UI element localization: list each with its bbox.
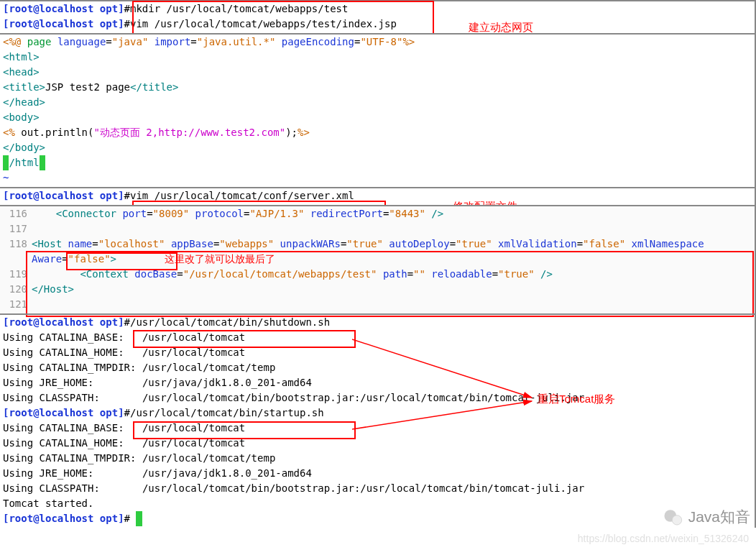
prompt: [root@localhost opt] [3,407,124,418]
env1-ch: Using CATALINA_HOME: /usr/local/tomcat [3,345,753,360]
cmd-shutdown: #/usr/local/tomcat/bin/shutdown.sh [124,316,331,328]
env2-cb: Using CATALINA_BASE: /usr/local/tomcat [3,421,753,436]
term-final-prompt: [root@localhost opt]# [3,511,753,526]
srv-line-118: 118<Host name="localhost" appBase="webap… [3,237,753,252]
term-line-vim-server: [root@localhost opt]#vim /usr/local/tomc… [3,188,753,203]
jsp-line-8: </body> [3,140,753,155]
srv-line-116: 116 <Connector port="8009" protocol="AJP… [3,206,753,221]
cursor [136,511,142,526]
jsp-line-1: <%@ page language="java" import="java.ut… [3,35,753,50]
annotation-create-page: 建立动态网页 [469,19,533,35]
annotation-inline-host: 这里改了就可以放最后了 [165,253,275,265]
prompt: [root@localhost opt] [3,18,124,29]
jsp-tilde: ~ [3,170,753,185]
tomcat-started: Tomcat started. [3,496,753,511]
term-startup: [root@localhost opt]#/usr/local/tomcat/b… [3,405,753,421]
watermark-brand: Java知音 [663,507,750,528]
prompt: [root@localhost opt] [3,190,124,201]
term-shutdown: [root@localhost opt]#/usr/local/tomcat/b… [3,315,753,330]
cmd-vim-server: #vim /usr/local/tomcat/conf/server.xml [124,190,354,201]
terminal-pane-1: [root@localhost opt]#mkdir /usr/local/to… [0,0,756,33]
srv-line-117: 117 [3,221,753,237]
prompt: [root@localhost opt] [3,316,124,328]
jsp-line-4: <title>JSP test2 page</title> [3,80,753,95]
terminal-pane-2: [root@localhost opt]#vim /usr/local/tomc… [0,187,756,205]
annotation-restart: 重启Tomcat服务 [538,391,615,406]
env2-ch: Using CATALINA_HOME: /usr/local/tomcat [3,436,753,451]
env2-cp: Using CLASSPATH: /usr/local/tomcat/bin/b… [3,481,753,496]
env1-ct: Using CATALINA_TMPDIR: /usr/local/tomcat… [3,360,753,375]
jsp-line-3: <head> [3,65,753,80]
prompt: [root@localhost opt] [3,3,124,14]
jsp-line-7: <% out.println("动态页面 2,http://www.test2.… [3,125,753,140]
prompt: [root@localhost opt] [3,513,124,524]
srv-line-118b: Aware="false"> 这里改了就可以放最后了 [3,252,753,267]
env2-ct: Using CATALINA_TMPDIR: /usr/local/tomcat… [3,451,753,466]
cmd-vim-jsp: #vim /usr/local/tomcat/webapps/test/inde… [124,18,397,29]
watermark-url: https://blog.csdn.net/weixin_51326240 [578,531,749,546]
srv-line-121: 121 [3,297,753,312]
env2-jh: Using JRE_HOME: /usr/java/jdk1.8.0_201-a… [3,466,753,481]
term-line-2: [root@localhost opt]#vim /usr/local/tomc… [3,17,753,32]
cmd-mkdir: #mkdir /usr/local/tomcat/webapps/test [124,3,349,14]
jsp-line-5: </head> [3,95,753,110]
editor-pane-jsp: <%@ page language="java" import="java.ut… [0,33,756,187]
jsp-line-9: /html [3,155,753,170]
env1-jh: Using JRE_HOME: /usr/java/jdk1.8.0_201-a… [3,375,753,390]
jsp-line-6: <body> [3,110,753,125]
srv-line-120: 120</Host> [3,282,753,297]
svg-point-3 [672,515,681,525]
editor-pane-serverxml: 116 <Connector port="8009" protocol="AJP… [0,205,756,313]
wechat-icon [663,507,684,528]
env1-cb: Using CATALINA_BASE: /usr/local/tomcat [3,330,753,345]
env1-cp: Using CLASSPATH: /usr/local/tomcat/bin/b… [3,390,753,405]
jsp-line-2: <html> [3,50,753,65]
term-line-1: [root@localhost opt]#mkdir /usr/local/to… [3,1,753,17]
cmd-startup: #/usr/local/tomcat/bin/startup.sh [124,407,324,418]
terminal-pane-3: [root@localhost opt]#/usr/local/tomcat/b… [0,313,756,528]
srv-line-119: 119 <Context docBase="/usr/local/tomcat/… [3,267,753,282]
